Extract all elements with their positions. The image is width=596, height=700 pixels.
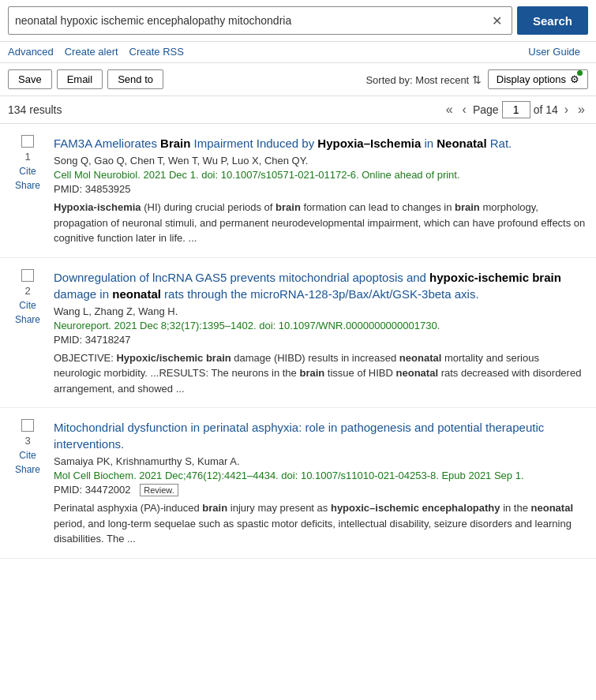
result-share-1[interactable]: Share [15,314,40,325]
result-pmid-2: PMID: 34472002 Review. [54,484,588,496]
gear-dot-indicator [577,70,583,76]
result-checkbox-2[interactable] [21,419,34,432]
email-button[interactable]: Email [57,69,103,89]
result-left-0: 1 Cite Share [8,135,47,246]
toolbar: Save Email Send to Sorted by: Most recen… [0,63,596,96]
result-checkbox-0[interactable] [21,135,34,148]
sub-nav-right: User Guide [528,45,588,58]
search-input-wrapper: ✕ [8,6,512,35]
first-page-button[interactable]: « [443,101,456,118]
send-to-button[interactable]: Send to [107,69,163,89]
result-title-2[interactable]: Mitochondrial dysfunction in perinatal a… [54,419,588,452]
result-content-0: FAM3A Ameliorates Brain Impairment Induc… [54,135,588,246]
pagination-bar: 134 results « ‹ Page of 14 › » [0,96,596,124]
results-list: 1 Cite Share FAM3A Ameliorates Brain Imp… [0,124,596,575]
result-cite-2[interactable]: Cite [19,450,36,461]
results-count: 134 results [8,103,62,116]
page-label: Page [473,103,499,116]
result-journal-1: Neuroreport. 2021 Dec 8;32(17):1395–1402… [54,320,588,331]
result-number-2: 3 [24,435,30,447]
result-authors-0: Song Q, Gao Q, Chen T, Wen T, Wu P, Luo … [54,155,588,167]
save-button[interactable]: Save [8,69,52,89]
prev-page-button[interactable]: ‹ [459,101,470,118]
result-number-0: 1 [24,151,30,163]
gear-icon: ⚙ [570,73,579,85]
result-checkbox-1[interactable] [21,269,34,282]
pagination-controls: « ‹ Page of 14 › » [443,101,588,118]
result-number-1: 2 [24,285,30,297]
toolbar-left: Save Email Send to [8,69,163,89]
next-page-button[interactable]: › [561,101,572,118]
create-rss-link[interactable]: Create RSS [129,46,184,58]
search-bar-container: ✕ Search [0,0,596,42]
result-share-0[interactable]: Share [15,180,40,191]
result-journal-2: Mol Cell Biochem. 2021 Dec;476(12):4421–… [54,470,588,481]
review-badge-2: Review. [140,484,178,496]
toolbar-right: Sorted by: Most recent ⇅ Display options… [365,69,588,89]
display-options-label: Display options [497,73,566,85]
sub-nav: Advanced Create alert Create RSS User Gu… [0,42,596,63]
user-guide-link[interactable]: User Guide [528,46,580,58]
create-alert-link[interactable]: Create alert [65,46,118,58]
table-row: 3 Cite Share Mitochondrial dysfunction i… [0,408,596,559]
last-page-button[interactable]: » [575,101,588,118]
result-cite-1[interactable]: Cite [19,300,36,311]
advanced-link[interactable]: Advanced [8,46,54,58]
table-row: 1 Cite Share FAM3A Ameliorates Brain Imp… [0,124,596,258]
display-options-button[interactable]: Display options ⚙ [488,69,588,89]
result-cite-0[interactable]: Cite [19,166,36,177]
search-button[interactable]: Search [517,6,588,35]
result-content-2: Mitochondrial dysfunction in perinatal a… [54,419,588,547]
result-title-1[interactable]: Downregulation of lncRNA GAS5 prevents m… [54,269,588,302]
sort-icon: ⇅ [472,73,482,86]
result-left-2: 3 Cite Share [8,419,47,547]
result-title-0[interactable]: FAM3A Ameliorates Brain Impairment Induc… [54,135,588,152]
result-authors-2: Samaiya PK, Krishnamurthy S, Kumar A. [54,455,588,467]
result-pmid-0: PMID: 34853925 [54,183,588,195]
clear-button[interactable]: ✕ [489,13,505,28]
page-input[interactable] [502,101,530,118]
result-left-1: 2 Cite Share [8,269,47,397]
result-pmid-1: PMID: 34718247 [54,334,588,346]
sort-label: Sorted by: Most recent ⇅ [365,73,481,86]
result-content-1: Downregulation of lncRNA GAS5 prevents m… [54,269,588,397]
search-input[interactable] [15,14,489,27]
result-abstract-2: Perinatal asphyxia (PA)-induced brain in… [54,500,588,547]
page-of-label: of 14 [534,103,558,116]
result-journal-0: Cell Mol Neurobiol. 2021 Dec 1. doi: 10.… [54,169,588,181]
result-share-2[interactable]: Share [15,464,40,475]
result-abstract-0: Hypoxia-ischemia (HI) during crucial per… [54,200,588,246]
result-abstract-1: OBJECTIVE: Hypoxic/ischemic brain damage… [54,350,588,397]
table-row: 2 Cite Share Downregulation of lncRNA GA… [0,258,596,409]
result-authors-1: Wang L, Zhang Z, Wang H. [54,305,588,317]
sub-nav-left: Advanced Create alert Create RSS [8,45,192,58]
